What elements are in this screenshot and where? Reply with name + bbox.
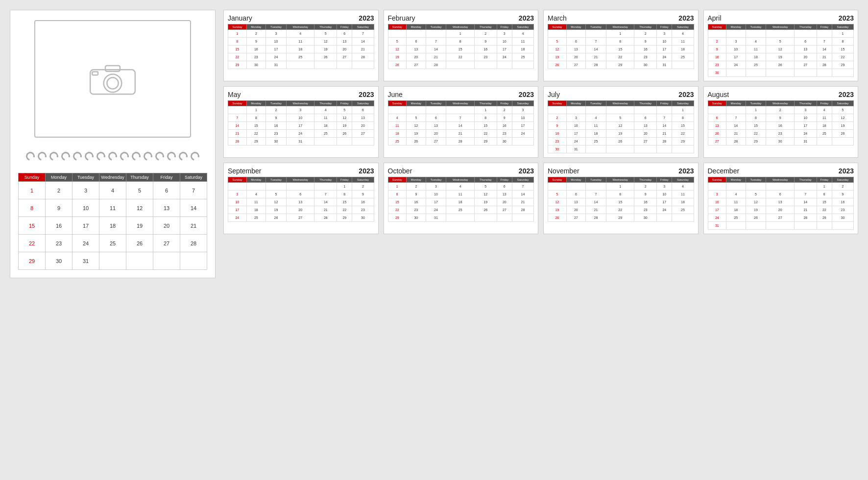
day-header: Wednesday: [446, 101, 474, 106]
day-header: Wednesday: [446, 24, 474, 30]
calendar-cell: 31: [286, 138, 314, 145]
calendar-cell: 30: [634, 61, 657, 69]
calendar-cell: 20: [426, 130, 446, 138]
calendar-cell: 9: [246, 38, 265, 46]
calendar-cell: 19: [266, 206, 287, 214]
calendar-cell: [657, 106, 672, 114]
day-header: Sunday: [708, 101, 726, 106]
calendar-cell: 2: [766, 106, 794, 114]
calendar-cell: 12: [388, 46, 407, 53]
calendar-cell: 2: [474, 30, 497, 38]
calendar-cell: 6: [794, 38, 817, 46]
calendar-cell: 24: [266, 53, 287, 61]
day-header: Thursday: [794, 101, 817, 106]
calendar-cell: [314, 183, 337, 191]
calendar-cell: 18: [672, 46, 694, 53]
month-year: 2023: [678, 167, 694, 175]
calendar-cell: [314, 61, 337, 69]
calendar-cell: 20: [497, 198, 512, 206]
calendar-cell: 28: [817, 61, 832, 69]
calendar-cell: 22: [606, 206, 634, 214]
calendar-cell: 18: [314, 122, 337, 130]
calendar-cell: 11: [672, 191, 694, 198]
calendar-cell: 1: [474, 106, 497, 114]
small-calendar: SundayMondayTuesdayWednesdayThursdayFrid…: [228, 100, 374, 145]
calendar-cell: 30: [46, 252, 72, 270]
calendar-cell: [446, 106, 474, 114]
calendar-cell: 11: [246, 198, 265, 206]
calendar-cell: 27: [708, 138, 726, 145]
calendar-cell: 29: [474, 138, 497, 145]
calendar-cell: 3: [286, 106, 314, 114]
calendar-cell: 29: [246, 138, 265, 145]
month-card: January2023SundayMondayTuesdayWednesdayT…: [223, 10, 379, 81]
month-card: October2023SundayMondayTuesdayWednesdayT…: [384, 163, 539, 234]
calendar-cell: 13: [497, 191, 512, 198]
calendar-cell: 14: [657, 122, 672, 130]
month-name: December: [708, 167, 740, 175]
calendar-cell: 9: [266, 114, 287, 122]
calendar-cell: 28: [228, 138, 247, 145]
calendar-cell: [180, 252, 207, 270]
calendar-cell: [708, 106, 726, 114]
calendar-cell: 19: [407, 130, 426, 138]
calendar-cell: [407, 106, 426, 114]
calendar-cell: [497, 214, 512, 222]
calendar-cell: 23: [246, 53, 265, 61]
calendar-cell: 27: [407, 61, 426, 69]
calendar-cell: 30: [407, 214, 426, 222]
calendar-cell: [766, 30, 794, 38]
calendar-cell: 1: [246, 106, 265, 114]
calendar-cell: [446, 61, 474, 69]
calendar-cell: [794, 69, 817, 77]
calendar-cell: 10: [72, 199, 99, 217]
calendar-cell: 24: [228, 214, 247, 222]
calendar-cell: 17: [512, 122, 533, 130]
month-name: March: [548, 14, 567, 22]
calendar-cell: 26: [832, 130, 853, 138]
calendar-cell: 4: [286, 30, 314, 38]
calendar-cell: 16: [708, 53, 726, 61]
calendar-cell: [708, 30, 726, 38]
calendar-cell: 21: [586, 206, 606, 214]
calendar-cell: 15: [19, 217, 46, 235]
calendar-cell: [766, 222, 794, 230]
day-header: Monday: [726, 177, 746, 183]
small-calendar: SundayMondayTuesdayWednesdayThursdayFrid…: [228, 24, 374, 69]
calendar-cell: 22: [337, 206, 352, 214]
calendar-cell: 11: [388, 122, 407, 130]
small-calendar: SundayMondayTuesdayWednesdayThursdayFrid…: [708, 177, 854, 230]
calendar-cell: 4: [246, 191, 265, 198]
month-name: June: [388, 91, 403, 98]
calendar-cell: 5: [548, 38, 567, 46]
month-year: 2023: [359, 91, 374, 98]
month-name: April: [708, 14, 722, 22]
calendar-cell: 11: [446, 191, 474, 198]
calendar-cell: 4: [446, 183, 474, 191]
calendar-cell: 4: [672, 30, 694, 38]
calendar-cell: 3: [794, 106, 817, 114]
day-header: Tuesday: [586, 177, 606, 183]
calendar-cell: 20: [286, 206, 314, 214]
day-header: Monday: [726, 101, 746, 106]
calendar-cell: 12: [474, 191, 497, 198]
calendar-cell: 31: [566, 145, 585, 153]
calendar-cell: 12: [766, 46, 794, 53]
small-calendar: SundayMondayTuesdayWednesdayThursdayFrid…: [708, 100, 854, 145]
mini-calendar: Sunday Monday Tuesday Wednesday Thursday…: [18, 167, 207, 270]
day-header: Thursday: [794, 177, 817, 183]
day-header: Saturday: [512, 24, 533, 30]
day-header: Monday: [566, 177, 585, 183]
calendar-cell: 6: [566, 38, 585, 46]
calendar-cell: [817, 30, 832, 38]
month-card-header: October2023: [388, 167, 534, 175]
calendar-cell: 28: [426, 61, 446, 69]
calendar-cell: 17: [72, 217, 99, 235]
month-card-header: May2023: [228, 91, 374, 98]
calendar-cell: 8: [746, 114, 766, 122]
calendar-cell: 26: [407, 138, 426, 145]
calendar-cell: 13: [153, 199, 180, 217]
calendar-cell: 29: [606, 214, 634, 222]
calendar-cell: 15: [446, 46, 474, 53]
calendar-cell: 28: [352, 53, 374, 61]
